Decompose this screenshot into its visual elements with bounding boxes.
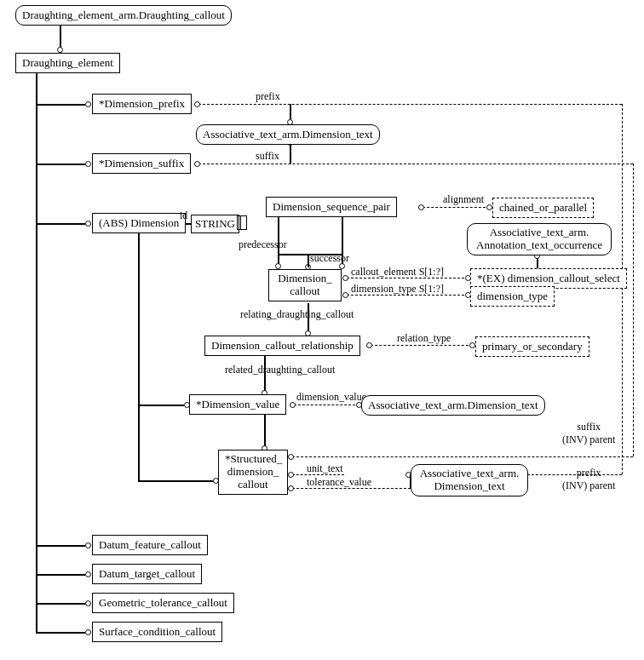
- edge-dimension-type: dimension_type S[1:?]: [351, 283, 444, 296]
- entity-root: Draughting_element_arm.Draughting_callou…: [15, 5, 232, 26]
- entity-dimension-sequence-pair: Dimension_sequence_pair: [266, 197, 397, 217]
- label: Datum_target_callout: [99, 567, 195, 580]
- edge-suffix: suffix: [256, 150, 279, 163]
- edge-relating-draughting-callout: relating_draughting_callout: [240, 308, 354, 321]
- edge-predecessor: predecessor: [239, 238, 287, 251]
- type-string: STRING: [191, 215, 239, 233]
- label: Datum_feature_callout: [99, 538, 201, 551]
- edge-prefix-inv-parent: prefix (INV) parent: [562, 467, 615, 492]
- label: *Dimension_value: [196, 398, 279, 410]
- entity-associative-dimension-text-1: Associative_text_arm.Dimension_text: [196, 124, 380, 145]
- label: *Dimension_suffix: [99, 157, 184, 169]
- label: STRING: [195, 217, 235, 230]
- edge-suffix-inv-parent: suffix (INV) parent: [562, 421, 615, 446]
- label: Dimension_sequence_pair: [273, 200, 390, 213]
- label-line2: Annotation_text_occurrence: [476, 238, 602, 251]
- edge-alignment: alignment: [443, 193, 484, 206]
- edge-callout-element: callout_element S[1:?]: [351, 266, 444, 278]
- label: Geometric_tolerance_callout: [99, 596, 227, 609]
- label: primary_or_secondary: [482, 340, 583, 353]
- label: Draughting_element: [22, 56, 113, 69]
- label: chained_or_parallel: [499, 201, 587, 214]
- entity-associative-dimension-text-2: Associative_text_arm.Dimension_text: [361, 395, 545, 416]
- label: *Structured_ dimension_ callout: [225, 452, 282, 491]
- entity-dimension-callout: Dimension_ callout: [268, 269, 342, 301]
- label: Draughting_element_arm.Draughting_callou…: [22, 9, 225, 21]
- entity-dimension-suffix: *Dimension_suffix: [92, 153, 191, 174]
- label-line1: Associative_text_arm.: [490, 226, 589, 238]
- entity-dimension-value: *Dimension_value: [189, 394, 286, 415]
- label: Surface_condition_callout: [99, 625, 216, 638]
- entity-dimension-callout-relationship: Dimension_callout_relationship: [204, 336, 360, 356]
- entity-surface-condition-callout: Surface_condition_callout: [92, 622, 222, 642]
- entity-annotation-text-occurrence: Associative_text_arm. Annotation_text_oc…: [467, 223, 612, 255]
- type-primary-or-secondary: primary_or_secondary: [475, 336, 589, 357]
- label: *Dimension_prefix: [99, 97, 185, 110]
- entity-dimension-prefix: *Dimension_prefix: [92, 94, 192, 114]
- edge-id: id: [180, 209, 187, 222]
- label: (ABS) Dimension: [99, 216, 179, 229]
- entity-abs-dimension: (ABS) Dimension: [92, 213, 186, 233]
- entity-geometric-tolerance-callout: Geometric_tolerance_callout: [92, 593, 234, 613]
- edge-prefix: prefix: [256, 90, 280, 103]
- label: Dimension_callout_relationship: [211, 339, 354, 352]
- edge-successor: successor: [310, 252, 349, 265]
- entity-datum-target-callout: Datum_target_callout: [92, 564, 202, 584]
- label: Dimension_ callout: [278, 272, 332, 297]
- string-marker-icon: [237, 215, 244, 230]
- edge-dimension-value: dimension_value: [296, 391, 366, 404]
- edge-unit-text: unit_text: [307, 462, 343, 475]
- type-chained-or-parallel: chained_or_parallel: [492, 198, 594, 218]
- edge-tolerance-value: tolerance_value: [307, 476, 371, 489]
- label: Associative_text_arm.Dimension_text: [368, 399, 538, 411]
- label-line1: Associative_text_arm.: [420, 467, 520, 479]
- label: Associative_text_arm.Dimension_text: [203, 128, 373, 141]
- entity-associative-dimension-text-3: Associative_text_arm. Dimension_text: [411, 464, 528, 496]
- label: *(EX) dimension_callout_select: [477, 272, 620, 284]
- edge-related-draughting-callout: related_draughting_callout: [225, 364, 335, 376]
- label: dimension_type: [477, 290, 548, 302]
- label-line2: Dimension_text: [434, 479, 504, 492]
- entity-structured-dimension-callout: *Structured_ dimension_ callout: [218, 450, 288, 495]
- entity-datum-feature-callout: Datum_feature_callout: [92, 535, 208, 555]
- entity-draughting-element: Draughting_element: [15, 53, 120, 73]
- type-dimension-type: dimension_type: [470, 286, 555, 307]
- edge-relation-type: relation_type: [397, 332, 451, 345]
